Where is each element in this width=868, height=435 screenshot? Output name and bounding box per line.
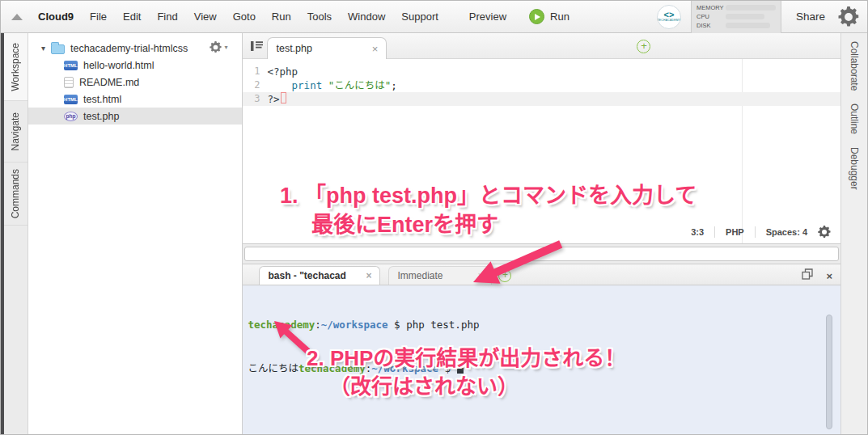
tree-item-hello-world[interactable]: HTML hello-world.html bbox=[28, 57, 243, 74]
techacademy-logo: <> TECHACADEMY bbox=[657, 5, 681, 29]
tab-list-icon[interactable] bbox=[250, 40, 264, 55]
resource-stats-panel: MEMORY CPU DISK bbox=[691, 1, 781, 33]
annotation-step1-line2: 最後にEnterを押す bbox=[311, 207, 498, 239]
sidebar-tab-workspace[interactable]: Workspace bbox=[4, 33, 28, 101]
disclosure-triangle-icon[interactable]: ▾ bbox=[41, 44, 45, 53]
line-number: 2 bbox=[243, 78, 267, 92]
tree-root-label: techacademy-trial-htmlcss bbox=[70, 43, 188, 54]
menu-bar: Cloud9 File Edit Find View Goto Run Tool… bbox=[1, 1, 867, 33]
editor-tab-label: test.php bbox=[276, 43, 311, 54]
annotation-step2-line1: 2. PHPの実行結果が出力される！ bbox=[307, 341, 625, 371]
stat-disk: DISK bbox=[697, 22, 776, 29]
spaces-setting[interactable]: Spaces: 4 bbox=[766, 227, 807, 237]
folder-icon bbox=[51, 44, 65, 54]
settings-gear-icon[interactable] bbox=[838, 6, 859, 27]
code-line-3-active: 3 ?> bbox=[243, 92, 840, 106]
sidebar-tab-debugger[interactable]: Debugger bbox=[849, 147, 860, 190]
run-button[interactable]: Run bbox=[529, 9, 569, 24]
document-file-icon bbox=[64, 77, 74, 88]
menu-edit[interactable]: Edit bbox=[115, 11, 149, 23]
menu-window[interactable]: Window bbox=[340, 11, 393, 23]
close-icon[interactable]: × bbox=[366, 270, 371, 281]
terminal-tab-bash[interactable]: bash - "techacad × bbox=[259, 266, 380, 285]
text-cursor bbox=[281, 92, 286, 103]
right-rail: Collaborate Outline Debugger bbox=[840, 33, 867, 435]
menu-tools[interactable]: Tools bbox=[299, 11, 340, 23]
tree-item-label: hello-world.html bbox=[83, 60, 155, 71]
html-file-icon: HTML bbox=[64, 95, 78, 104]
tree-item-label: test.html bbox=[83, 94, 121, 105]
logo-caption: TECHACADEMY bbox=[657, 19, 680, 23]
menu-cloud9[interactable]: Cloud9 bbox=[35, 11, 77, 23]
maximize-pane-icon[interactable] bbox=[802, 268, 813, 283]
status-gear-icon[interactable] bbox=[818, 226, 831, 239]
syntax-mode[interactable]: PHP bbox=[726, 227, 744, 237]
code-line-1: 1 <?php bbox=[243, 65, 840, 78]
editor-tab-bar: test.php × + bbox=[243, 33, 840, 59]
run-button-label: Run bbox=[550, 11, 569, 23]
menu-find[interactable]: Find bbox=[149, 11, 185, 23]
menu-support[interactable]: Support bbox=[393, 11, 447, 23]
html-file-icon: HTML bbox=[64, 61, 78, 70]
collapse-menubar-button[interactable] bbox=[7, 7, 27, 27]
sidebar-tab-navigate[interactable]: Navigate bbox=[4, 101, 28, 163]
terminal-tab-label: Immediate bbox=[397, 270, 442, 281]
run-play-icon bbox=[529, 9, 544, 24]
menu-view[interactable]: View bbox=[186, 11, 225, 23]
chevron-down-icon: ▾ bbox=[224, 44, 227, 51]
triangle-up-icon bbox=[11, 14, 23, 20]
sidebar-tab-outline[interactable]: Outline bbox=[849, 103, 860, 134]
file-tree-panel: ▾ techacademy-trial-htmlcss HTML hello-w… bbox=[28, 33, 243, 435]
tree-item-label: README.md bbox=[79, 77, 139, 88]
annotation-arrow-down-left bbox=[460, 235, 574, 294]
tree-item-test-php[interactable]: php test.php bbox=[28, 108, 243, 125]
close-pane-icon[interactable]: × bbox=[826, 270, 832, 282]
annotation-step2-line2: （改行はされない） bbox=[329, 370, 519, 399]
editor-tab-test-php[interactable]: test.php × bbox=[267, 37, 387, 59]
preview-button[interactable]: Preview bbox=[459, 11, 516, 23]
add-tab-icon[interactable]: + bbox=[637, 40, 650, 53]
tree-item-readme[interactable]: README.md bbox=[28, 74, 243, 91]
menu-run[interactable]: Run bbox=[264, 11, 299, 23]
tree-item-test-html[interactable]: HTML test.html bbox=[28, 91, 243, 108]
sidebar-tab-commands[interactable]: Commands bbox=[4, 163, 28, 226]
cursor-position[interactable]: 3:3 bbox=[691, 227, 704, 237]
share-button[interactable]: Share bbox=[793, 11, 828, 23]
tree-settings-gear-icon[interactable]: ▾ bbox=[210, 41, 227, 53]
terminal-scrollbar[interactable] bbox=[826, 315, 832, 429]
line-number: 1 bbox=[243, 65, 267, 78]
cloud9-ide-window: Cloud9 File Edit Find View Goto Run Tool… bbox=[0, 0, 868, 435]
sidebar-tab-collaborate[interactable]: Collaborate bbox=[849, 41, 860, 91]
editor-status-bar: 3:3 PHP Spaces: 4 bbox=[691, 226, 831, 239]
php-file-icon: php bbox=[64, 112, 78, 121]
stat-cpu: CPU bbox=[697, 13, 776, 20]
terminal-tab-label: bash - "techacad bbox=[268, 270, 345, 281]
disk-bar bbox=[726, 23, 770, 28]
menu-file[interactable]: File bbox=[82, 11, 115, 23]
terminal-line-1: techacademy:~/workspace $ php test.php bbox=[248, 318, 836, 332]
menu-goto[interactable]: Goto bbox=[225, 11, 264, 23]
left-rail: Workspace Navigate Commands bbox=[4, 33, 28, 435]
tree-item-label: test.php bbox=[83, 111, 119, 122]
memory-bar bbox=[726, 5, 776, 11]
line-number: 3 bbox=[243, 92, 267, 106]
code-line-2: 2 print "こんにちは"; bbox=[243, 78, 840, 92]
cpu-bar bbox=[726, 14, 764, 19]
annotation-step1-line1: 1. 「php test.php」とコマンドを入力して bbox=[280, 178, 697, 209]
stat-memory: MEMORY bbox=[697, 4, 776, 11]
close-icon[interactable]: × bbox=[372, 43, 379, 55]
